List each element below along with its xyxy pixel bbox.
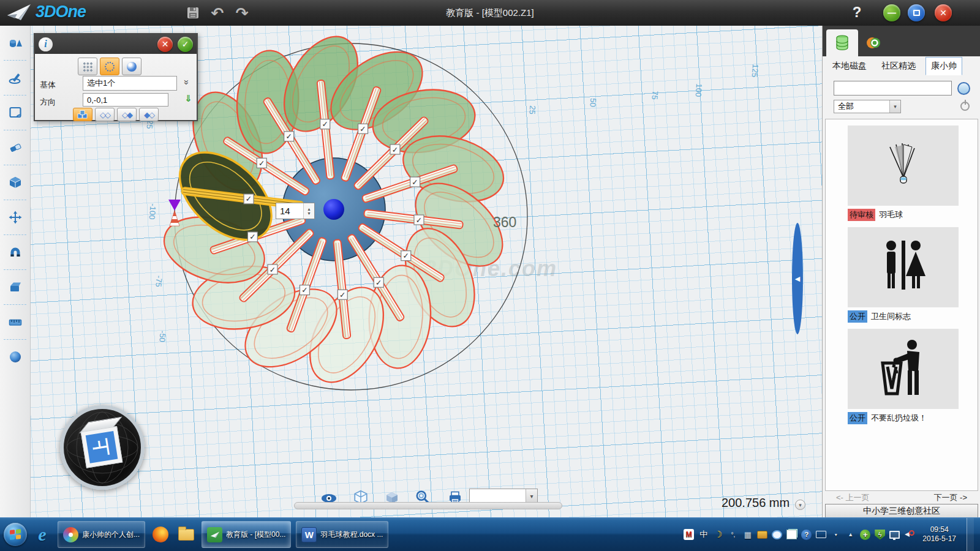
model-name[interactable]: 不要乱扔垃圾！ <box>871 413 927 424</box>
material-render-tool[interactable] <box>0 340 31 374</box>
pattern-count-spinner[interactable]: ▴ ▾ <box>276 203 315 219</box>
scale-dropdown-button[interactable]: ▾ <box>795 500 805 510</box>
taskbar-clock[interactable]: 09:54 2016-5-17 <box>919 525 960 544</box>
view-preset-combobox[interactable]: ▾ <box>469 489 538 503</box>
info-icon[interactable]: i <box>39 37 53 51</box>
pattern-instance-checkbox[interactable]: ✓ <box>358 124 368 133</box>
list-item[interactable]: 待审核 羽毛球 <box>826 126 978 221</box>
taskbar-browser-window-button[interactable]: 康小帅的个人创... <box>58 521 145 548</box>
model-thumbnail[interactable] <box>848 126 959 206</box>
dialog-cancel-button[interactable]: ✕ <box>157 37 173 52</box>
category-select[interactable]: 全部 ▾ <box>834 100 901 113</box>
model-name[interactable]: 卫生间标志 <box>871 311 911 322</box>
spacing-option-1-button[interactable]: ◇◇ <box>95 108 115 121</box>
pattern-instance-checkbox[interactable]: ✓ <box>284 132 294 141</box>
toolbox-tray-icon[interactable] <box>757 531 767 539</box>
window-tray-icon[interactable] <box>816 531 826 538</box>
spacing-option-2-button[interactable]: ◇◆ <box>117 108 137 121</box>
spinner-down-icon[interactable]: ▾ <box>307 211 310 216</box>
primitives-tool[interactable] <box>0 26 31 60</box>
search-tray-icon[interactable] <box>772 530 782 539</box>
pattern-instance-checkbox[interactable]: ✓ <box>257 158 266 168</box>
refresh-power-icon[interactable] <box>960 102 970 111</box>
show-desktop-button[interactable] <box>967 518 974 551</box>
ime-language-tray-icon[interactable]: 中 <box>698 529 709 540</box>
taskbar-explorer-button[interactable] <box>176 521 197 548</box>
model-thumbnail[interactable] <box>848 329 959 409</box>
direction-field-input[interactable] <box>83 93 168 107</box>
feature-cube-tool[interactable] <box>0 165 31 200</box>
linear-pattern-button[interactable] <box>78 58 97 75</box>
pattern-instance-checkbox[interactable]: ✓ <box>374 277 383 287</box>
pattern-instance-checkbox[interactable]: ✓ <box>244 194 254 204</box>
pattern-instance-checkbox[interactable]: ✓ <box>410 177 420 187</box>
taskbar-firefox-button[interactable] <box>150 521 171 548</box>
pattern-instance-checkbox[interactable]: ✓ <box>268 264 277 274</box>
pattern-instance-checkbox[interactable]: ✓ <box>414 215 424 225</box>
view-cube-body[interactable]: 上 <box>80 424 125 469</box>
pattern-objects-button[interactable] <box>73 108 92 121</box>
volume-muted-tray-icon[interactable] <box>904 530 914 539</box>
center-sphere[interactable] <box>323 199 344 220</box>
minimize-button[interactable]: — <box>883 4 900 21</box>
ime-punctuation-tray-icon[interactable]: °, <box>728 529 738 540</box>
search-input[interactable] <box>834 81 952 96</box>
bottom-slider-bar[interactable] <box>294 502 562 509</box>
close-button[interactable]: ✕ <box>935 4 952 21</box>
pattern-instance-checkbox[interactable]: ✓ <box>247 232 257 242</box>
community-site-button[interactable]: 中小学三维创意社区 <box>825 504 978 518</box>
document-tray-icon[interactable] <box>786 530 797 539</box>
network-tray-icon[interactable] <box>889 531 900 539</box>
model-thumbnail[interactable] <box>848 227 959 307</box>
tab-local-disk[interactable]: 本地磁盘 <box>827 58 872 75</box>
show-hidden-icons-button[interactable]: ▲ <box>845 529 856 540</box>
tray-dropdown-icon[interactable]: ▾ <box>831 529 841 540</box>
antivirus-plus-tray-icon[interactable]: + <box>860 530 870 540</box>
eraser-tool[interactable] <box>0 130 31 165</box>
viewport[interactable]: -125 -100 -75 -50 25 50 75 100 125 i3DOn… <box>31 26 822 517</box>
list-item[interactable]: 公开 不要乱扔垃圾！ <box>826 329 978 424</box>
pattern-instance-checkbox[interactable]: ✓ <box>337 290 347 299</box>
tab-user[interactable]: 康小帅 <box>925 57 962 75</box>
taskbar-3done-window-button[interactable]: 教育版 - [模型00... <box>202 521 291 548</box>
spacing-option-3-button[interactable]: ◆◇ <box>139 108 159 121</box>
pattern-instance-checkbox[interactable]: ✓ <box>401 251 411 261</box>
expand-chevron-icon[interactable]: » <box>182 80 192 84</box>
sketch-tool[interactable] <box>0 61 31 95</box>
moon-tray-icon[interactable]: ☽ <box>713 529 723 540</box>
point-pattern-button[interactable] <box>122 58 141 75</box>
taskbar-ie-button[interactable]: e <box>32 521 53 548</box>
library-tab-button[interactable] <box>826 29 858 56</box>
view-cube[interactable]: 上 <box>60 405 145 490</box>
move-tool[interactable] <box>0 200 31 234</box>
community-tab-button[interactable] <box>863 33 884 53</box>
assembly-magnet-tool[interactable] <box>0 235 31 269</box>
taskbar-word-window-button[interactable]: W 羽毛球教程.docx ... <box>296 521 388 548</box>
start-button[interactable] <box>4 523 27 546</box>
tab-community-featured[interactable]: 社区精选 <box>876 58 921 75</box>
sketch-plane-tool[interactable] <box>0 96 31 130</box>
panel-collapse-handle[interactable]: ◀ <box>792 223 803 334</box>
base-field-input[interactable] <box>83 76 177 91</box>
dialog-confirm-button[interactable]: ✓ <box>178 37 193 52</box>
pattern-instance-checkbox[interactable]: ✓ <box>300 285 309 295</box>
view-cube-front-face[interactable]: 上 <box>81 426 123 468</box>
list-item[interactable]: 公开 卫生间标志 <box>826 227 978 323</box>
pick-direction-icon[interactable]: ⇓ <box>184 93 192 104</box>
circular-pattern-button[interactable] <box>100 58 119 75</box>
search-globe-icon[interactable] <box>957 82 970 95</box>
next-page-button[interactable]: 下一页 -> <box>933 492 967 503</box>
model-name[interactable]: 羽毛球 <box>879 209 903 220</box>
maxthon-tray-icon[interactable]: M <box>684 529 694 540</box>
help-button[interactable]: ? <box>849 4 865 21</box>
prev-page-button[interactable]: <- 上一页 <box>836 492 870 503</box>
special-feature-tool[interactable] <box>0 270 31 304</box>
restore-button[interactable] <box>908 4 925 21</box>
keyboard-tray-icon[interactable]: ▦ <box>742 529 753 540</box>
pattern-instance-checkbox[interactable]: ✓ <box>320 119 330 129</box>
help-tray-icon[interactable]: ? <box>801 530 812 540</box>
combo-dropdown-icon[interactable]: ▾ <box>526 489 537 503</box>
pattern-count-input[interactable] <box>276 203 303 219</box>
security-shield-tray-icon[interactable]: ϟ <box>875 530 885 540</box>
pattern-instance-checkbox[interactable]: ✓ <box>390 144 400 154</box>
